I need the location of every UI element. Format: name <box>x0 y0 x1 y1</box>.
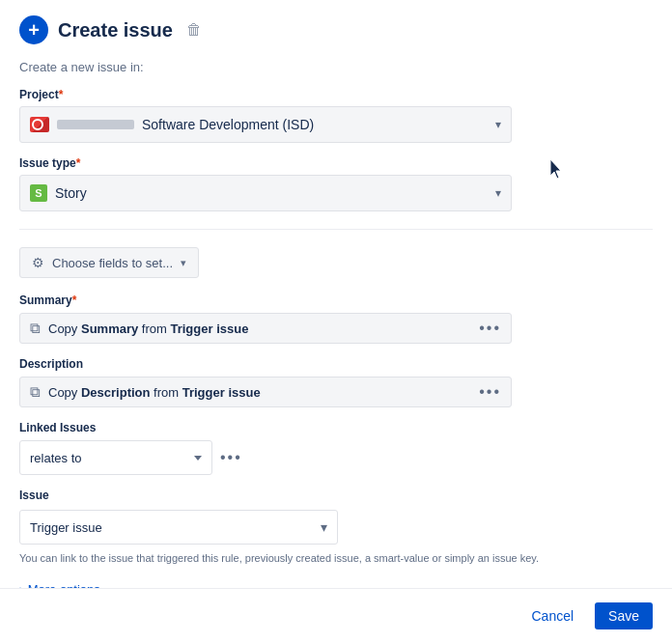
issue-hint-text: You can link to the issue that triggered… <box>19 550 560 567</box>
linked-issues-more-options-icon[interactable]: ••• <box>220 449 242 466</box>
project-select[interactable]: Software Development (ISD) ▾ <box>19 106 512 143</box>
project-icon <box>30 117 49 132</box>
choose-fields-button[interactable]: ⚙ Choose fields to set... ▾ <box>19 247 199 278</box>
summary-copy-field: Summary <box>81 322 138 336</box>
page-title: Create issue <box>58 19 173 42</box>
issue-type-select[interactable]: S Story ▾ <box>19 175 512 211</box>
issue-chevron-icon: ▾ <box>321 519 327 535</box>
subtitle-text: Create a new issue in: <box>19 60 653 74</box>
add-icon: + <box>19 15 48 44</box>
save-button[interactable]: Save <box>595 602 653 629</box>
issue-type-field-group: Issue type* S Story ▾ <box>19 156 653 211</box>
description-copy-from: from <box>150 385 182 400</box>
divider-1 <box>19 229 653 230</box>
story-icon: S <box>30 184 47 202</box>
project-value: Software Development (ISD) <box>142 117 314 132</box>
linked-issues-section: Linked Issues relates to ••• <box>19 421 653 475</box>
project-field-group: Project* Software Development (ISD) ▾ <box>19 88 653 143</box>
project-blurred <box>57 120 134 129</box>
description-copy-field: Description <box>81 385 151 400</box>
description-copy-source: Trigger issue <box>182 385 261 400</box>
cancel-button[interactable]: Cancel <box>519 602 585 629</box>
summary-copy-from: from <box>138 322 170 336</box>
issue-select[interactable]: Trigger issue ▾ <box>19 510 338 545</box>
panel-header: + Create issue 🗑 <box>19 15 653 44</box>
summary-label: Summary* <box>19 294 653 307</box>
summary-section: Summary* ⧉ Copy Summary from Trigger iss… <box>19 294 653 344</box>
create-issue-panel: + Create issue 🗑 Create a new issue in: … <box>0 0 672 612</box>
issue-type-value: Story <box>55 185 87 201</box>
issue-section: Issue Trigger issue ▾ You can link to th… <box>19 489 653 567</box>
gear-icon: ⚙ <box>32 255 44 270</box>
summary-copy-row: ⧉ Copy Summary from Trigger issue ••• <box>19 313 512 344</box>
summary-copy-source: Trigger issue <box>170 322 248 336</box>
relates-to-chevron-icon <box>194 456 202 461</box>
project-chevron-icon: ▾ <box>495 118 501 131</box>
description-copy-icon: ⧉ <box>30 383 41 401</box>
copy-icon: ⧉ <box>30 320 41 337</box>
delete-icon[interactable]: 🗑 <box>186 21 202 39</box>
description-section: Description ⧉ Copy Description from Trig… <box>19 357 653 407</box>
description-more-options-icon[interactable]: ••• <box>479 383 501 401</box>
summary-more-options-icon[interactable]: ••• <box>479 320 501 337</box>
description-label: Description <box>19 357 653 371</box>
issue-type-chevron-icon: ▾ <box>495 186 501 200</box>
project-label: Project* <box>19 88 653 101</box>
linked-issues-label: Linked Issues <box>19 421 653 434</box>
relates-to-select[interactable]: relates to <box>19 440 212 475</box>
choose-fields-chevron-icon: ▾ <box>181 257 186 269</box>
issue-type-label: Issue type* <box>19 156 653 170</box>
summary-copy-prefix: Copy <box>48 322 81 336</box>
issue-label: Issue <box>19 489 653 502</box>
issue-value: Trigger issue <box>30 520 102 535</box>
description-copy-row: ⧉ Copy Description from Trigger issue ••… <box>19 377 512 407</box>
description-copy-prefix: Copy <box>48 385 81 400</box>
choose-fields-label: Choose fields to set... <box>52 256 173 270</box>
relates-to-value: relates to <box>30 451 81 465</box>
footer: Cancel Save <box>0 588 672 643</box>
